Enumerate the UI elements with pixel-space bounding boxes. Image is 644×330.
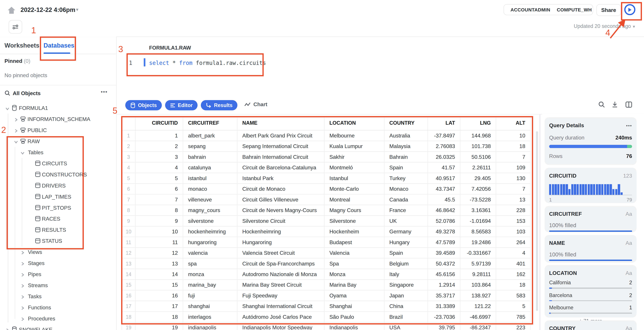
sidebar-item-circuits[interactable]: CIRCUITS [0,158,116,169]
sidebar-item-information_schema[interactable]: INFORMATION_SCHEMA [0,114,116,125]
column-header-LAT[interactable]: LAT [428,116,460,130]
filters-button[interactable] [8,20,22,34]
table-cell: Montreal [324,194,384,205]
tab-databases[interactable]: Databases [44,42,74,49]
table-cell: villeneuve [183,194,238,205]
role-warehouse-selector[interactable]: ACCOUNTADMIN COMPUTE_WH [504,4,593,15]
table-row: 1212valenciaValencia Street CircuitValen… [122,248,530,258]
card-title-row: NAMEAa [549,240,632,246]
title-caret-icon[interactable]: ▼ [75,7,79,12]
table-cell: Spa [324,258,384,269]
tab-results[interactable]: Results [201,100,238,110]
table-scrollbar[interactable] [536,131,538,311]
filled-bar [549,260,632,261]
chevron-right-icon[interactable] [5,327,10,330]
chevron-right-icon[interactable] [20,283,25,288]
tab-worksheets[interactable]: Worksheets [4,42,39,49]
column-stat-card-country: COUNTRYAa [544,321,636,330]
table-cell: 228 [496,205,530,216]
chevron-right-icon[interactable] [20,316,25,321]
sidebar-item-races[interactable]: RACES [0,213,116,224]
column-header-NAME[interactable]: NAME [238,116,324,130]
updated-caret-icon[interactable]: ▼ [632,24,636,28]
worksheet-title[interactable]: 2022-12-22 4:06pm [20,6,75,13]
sidebar-item-formula1[interactable]: FORMULA1 [0,103,116,114]
sidebar-item-stages[interactable]: Stages [0,258,116,269]
panel-resize-gutter[interactable] [539,114,540,330]
tab-editor[interactable]: Editor [165,100,198,110]
sidebar-item-pipes[interactable]: Pipes [0,269,116,280]
table-cell: Indianapolis Motor Speedway [238,323,324,330]
share-button[interactable]: Share [596,4,621,16]
search-icon[interactable] [598,101,606,108]
table-cell: 10 [136,226,183,237]
home-icon[interactable] [6,5,16,15]
sidebar-item-procedures[interactable]: Procedures [0,313,116,324]
chevron-right-icon[interactable] [20,305,25,310]
chevron-right-icon[interactable] [20,272,25,276]
row-number: 17 [122,301,136,312]
chevron-right-icon[interactable] [14,116,18,121]
table-cell: Shanghai [324,301,384,312]
chevron-right-icon[interactable] [14,128,18,132]
query-details-panel: Query Details•••Query duration240msRows7… [542,114,644,330]
sidebar-item-tables[interactable]: Tables [0,147,116,158]
query-details-title: Query Details [549,122,584,129]
table-cell: 583 [496,290,530,301]
chevron-right-icon[interactable] [20,260,25,265]
column-stat-card-location: LOCATIONAaCalifornia2Barcelona2Melbourne… [544,265,636,318]
column-header-CIRCUITID[interactable]: CIRCUITID [136,116,183,130]
table-row: 1111hungaroringHungaroringBudapestHungar… [122,237,530,248]
top-value-line: California2 [549,280,632,286]
sidebar-item-streams[interactable]: Streams [0,280,116,291]
sidebar-item-raw[interactable]: RAW [0,136,116,147]
column-header-ALT[interactable]: ALT [496,116,530,130]
objects-menu-icon[interactable]: ••• [101,89,108,95]
chevron-right-icon[interactable] [20,249,25,254]
table-cell: UK [384,216,428,226]
sidebar-item-results[interactable]: RESULTS [0,224,116,235]
value-count: 2 [629,280,632,286]
histogram-bar [582,184,584,195]
ellipsis-menu-icon[interactable]: ••• [626,123,632,128]
table-cell: Melbourne [324,130,384,141]
column-header-COUNTRY[interactable]: COUNTRY [384,116,428,130]
sql-code-line[interactable]: select * from formula1.raw.circuits [149,59,266,66]
chevron-right-icon[interactable] [20,294,25,299]
column-header-CIRCUITREF[interactable]: CIRCUITREF [183,116,238,130]
sidebar-item-pit_stops[interactable]: PIT_STOPS [0,202,116,213]
chevron-down-icon[interactable] [14,139,18,144]
table-cell: 7 [496,184,530,194]
chevron-down-icon[interactable] [5,105,10,110]
table-cell: 13 [136,258,183,269]
sidebar-item-functions[interactable]: Functions [0,302,116,313]
sidebar-item-lap_times[interactable]: LAP_TIMES [0,191,116,202]
sidebar-item-snowflake[interactable]: SNOWFLAKE [0,324,116,330]
tab-chart[interactable]: Chart [244,101,268,108]
columns-icon[interactable] [625,101,632,108]
sidebar-item-public[interactable]: PUBLIC [0,125,116,136]
row-number: 18 [122,312,136,322]
chevron-down-icon[interactable] [20,150,25,155]
object-search-row[interactable]: All Objects ••• [0,89,116,99]
context-caret-icon[interactable]: ▼ [185,46,188,50]
sidebar-item-tasks[interactable]: Tasks [0,291,116,302]
filled-percent-text: 100% filled [549,252,632,258]
updated-status[interactable]: Updated 20 seconds ago [574,23,631,29]
tree-item-label: Functions [28,304,51,311]
tab-objects[interactable]: Objects [125,100,162,110]
row-number: 3 [122,152,136,162]
sidebar-item-constructors[interactable]: CONSTRUCTORS [0,169,116,180]
run-query-button[interactable] [624,4,635,15]
value-bar-track [549,300,632,301]
column-header-LOCATION[interactable]: LOCATION [324,116,384,130]
sidebar-item-status[interactable]: STATUS [0,235,116,246]
download-icon[interactable] [611,101,618,108]
text-cursor [144,58,145,67]
sidebar-item-views[interactable]: Views [0,246,116,258]
database-icon [130,102,136,108]
sidebar-item-drivers[interactable]: DRIVERS [0,180,116,191]
table-cell: 9 [136,216,183,226]
column-header-LNG[interactable]: LNG [460,116,496,130]
sidebar: Worksheets Databases Pinned (0) No pinne… [0,36,116,330]
